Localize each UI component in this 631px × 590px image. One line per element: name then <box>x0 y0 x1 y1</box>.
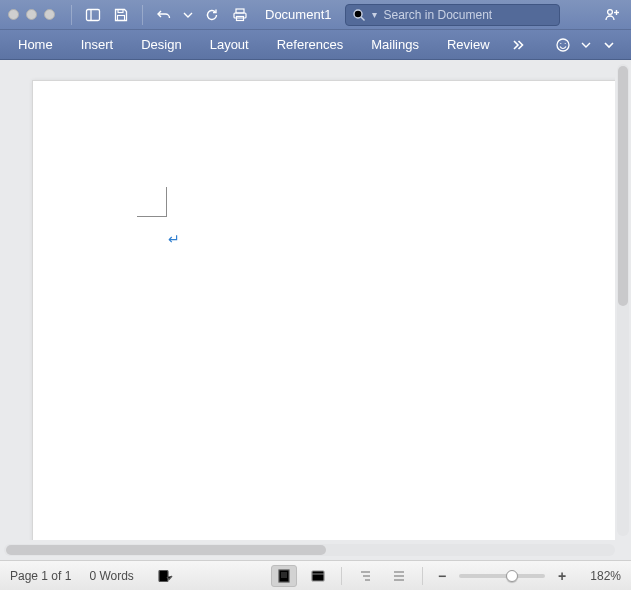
spellcheck-icon <box>157 568 173 584</box>
smiley-icon <box>555 37 571 53</box>
more-tabs-button[interactable] <box>504 34 532 56</box>
svg-rect-16 <box>279 570 289 582</box>
tab-insert[interactable]: Insert <box>67 30 128 60</box>
svg-rect-2 <box>118 9 123 12</box>
repeat-button[interactable] <box>201 4 223 26</box>
share-button[interactable] <box>601 4 623 26</box>
minus-icon: − <box>438 568 446 584</box>
save-icon <box>113 7 129 23</box>
print-button[interactable] <box>229 4 251 26</box>
minimize-window-button[interactable] <box>26 9 37 20</box>
tab-layout[interactable]: Layout <box>196 30 263 60</box>
undo-dropdown[interactable] <box>181 4 195 26</box>
toggle-sidebar-button[interactable] <box>82 4 104 26</box>
tab-references[interactable]: References <box>263 30 357 60</box>
document-scroll-area[interactable]: ↵ <box>6 68 615 540</box>
separator <box>71 5 72 25</box>
svg-point-9 <box>608 9 613 14</box>
view-draft[interactable] <box>386 565 412 587</box>
sidebar-icon <box>85 7 101 23</box>
search-dropdown-icon[interactable]: ▾ <box>372 9 377 20</box>
view-web-layout[interactable] <box>305 565 331 587</box>
spellcheck-button[interactable] <box>152 565 178 587</box>
titlebar: Document1 ▾ <box>0 0 631 30</box>
zoom-in-button[interactable]: + <box>553 567 571 585</box>
horizontal-scrollbar[interactable] <box>4 544 615 556</box>
svg-point-13 <box>560 42 561 43</box>
svg-rect-15 <box>159 570 168 581</box>
svg-rect-5 <box>234 13 246 18</box>
svg-point-12 <box>557 39 569 51</box>
tab-mailings[interactable]: Mailings <box>357 30 433 60</box>
svg-line-8 <box>361 17 365 21</box>
view-outline[interactable] <box>352 565 378 587</box>
svg-rect-4 <box>236 9 244 13</box>
paragraph-mark: ↵ <box>168 231 180 247</box>
share-user-icon <box>604 7 620 23</box>
page-info[interactable]: Page 1 of 1 <box>10 569 71 583</box>
word-count[interactable]: 0 Words <box>89 569 133 583</box>
chevron-down-icon <box>602 38 616 52</box>
feedback-button[interactable] <box>551 34 575 56</box>
view-print-layout[interactable] <box>271 565 297 587</box>
document-page[interactable]: ↵ <box>32 80 615 540</box>
plus-icon: + <box>558 568 566 584</box>
ribbon: Home Insert Design Layout References Mai… <box>0 30 631 60</box>
zoom-out-button[interactable]: − <box>433 567 451 585</box>
search-box[interactable]: ▾ <box>345 4 560 26</box>
chevron-down-icon <box>579 38 593 52</box>
svg-rect-0 <box>87 9 100 20</box>
statusbar: Page 1 of 1 0 Words <box>0 560 631 590</box>
chevron-down-icon <box>181 8 195 22</box>
svg-rect-3 <box>118 15 125 20</box>
inserted-shape[interactable] <box>137 187 167 217</box>
undo-icon <box>156 7 172 23</box>
collapse-ribbon-button[interactable] <box>597 34 621 56</box>
zoom-slider-knob[interactable] <box>506 570 518 582</box>
separator <box>341 567 342 585</box>
horizontal-scroll-thumb[interactable] <box>6 545 326 555</box>
tab-review[interactable]: Review <box>433 30 504 60</box>
undo-button[interactable] <box>153 4 175 26</box>
separator <box>142 5 143 25</box>
repeat-icon <box>204 7 220 23</box>
document-title: Document1 <box>257 7 339 22</box>
vertical-scrollbar[interactable] <box>617 64 629 536</box>
zoom-slider[interactable] <box>459 574 545 578</box>
window-controls <box>8 9 55 20</box>
document-viewport: ↵ <box>0 60 631 560</box>
draft-icon <box>391 568 407 584</box>
print-icon <box>232 7 248 23</box>
chevrons-right-icon <box>510 37 526 53</box>
svg-point-14 <box>565 42 566 43</box>
print-layout-icon <box>276 568 292 584</box>
close-window-button[interactable] <box>8 9 19 20</box>
outline-icon <box>357 568 373 584</box>
maximize-window-button[interactable] <box>44 9 55 20</box>
vertical-scroll-thumb[interactable] <box>618 66 628 306</box>
search-input[interactable] <box>383 8 553 22</box>
svg-point-7 <box>354 10 362 18</box>
save-button[interactable] <box>110 4 132 26</box>
tab-design[interactable]: Design <box>127 30 195 60</box>
separator <box>422 567 423 585</box>
tab-home[interactable]: Home <box>4 30 67 60</box>
zoom-controls: − + 182% <box>433 567 621 585</box>
zoom-percentage[interactable]: 182% <box>579 569 621 583</box>
feedback-dropdown[interactable] <box>579 34 593 56</box>
svg-rect-20 <box>312 571 324 581</box>
web-layout-icon <box>310 568 326 584</box>
search-icon <box>352 8 366 22</box>
